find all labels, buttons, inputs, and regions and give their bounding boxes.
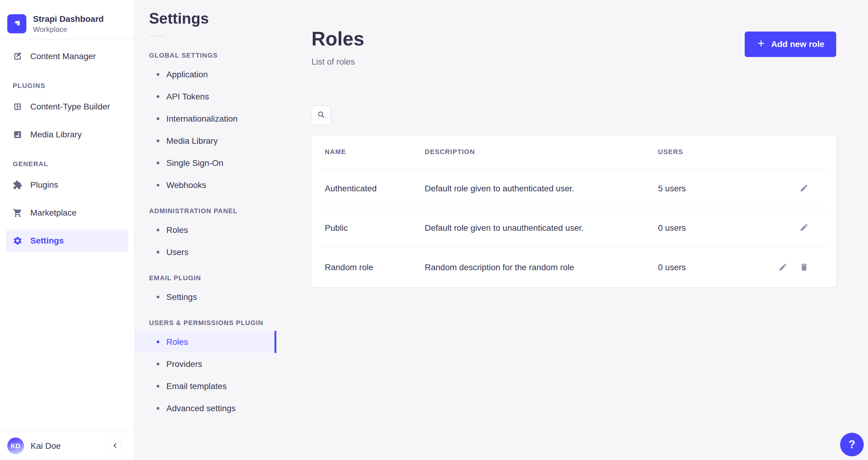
role-description-cell: Default role given to authenticated user… [425,184,658,194]
subnav-item-up-advanced-settings[interactable]: Advanced settings [134,397,276,420]
bullet-icon [157,385,159,387]
subnav-item-media-library[interactable]: Media Library [134,130,276,152]
sidebar-item-label: Content-Type Builder [30,102,110,112]
search-button[interactable] [311,106,331,125]
role-description-cell: Random description for the random role [425,263,658,272]
edit-role-button[interactable] [799,184,809,194]
pen-square-icon [13,52,23,61]
sidebar-item-label: Settings [30,236,64,246]
subnav-section-label: EMAIL PLUGIN [134,274,276,282]
sidebar-item-media-library[interactable]: Media Library [6,124,128,146]
edit-role-button[interactable] [778,263,788,272]
bullet-icon [157,251,159,254]
gear-icon [13,236,23,246]
page-subtitle: List of roles [311,57,364,67]
sidebar-item-content-type-builder[interactable]: Content-Type Builder [6,96,128,118]
bullet-icon [157,296,159,298]
workspace-subtitle: Workplace [33,25,104,34]
bullet-icon [157,140,159,142]
subnav-section-users-permissions: USERS & PERMISSIONS PLUGIN Roles Provide… [134,319,276,420]
page-title: Roles [311,29,364,49]
bullet-icon [157,117,159,120]
subnav-item-internationalization[interactable]: Internationalization [134,108,276,130]
role-description-cell: Default role given to unauthenticated us… [425,223,658,233]
search-icon [317,110,326,120]
subnav-item-email-settings[interactable]: Settings [134,286,276,308]
subnav-section-label: ADMINISTRATION PANEL [134,207,276,215]
settings-subnav: Settings GLOBAL SETTINGS Application API… [134,0,277,460]
bullet-icon [157,341,159,343]
help-button[interactable]: ? [840,433,864,456]
shopping-cart-icon [13,208,23,218]
sidebar-item-settings[interactable]: Settings [6,230,128,252]
page-header: Roles List of roles Add new role [311,29,836,67]
bullet-icon [157,184,159,186]
bullet-icon [157,363,159,365]
subnav-item-up-providers[interactable]: Providers [134,353,276,375]
bullet-icon [157,162,159,164]
puzzle-icon [13,180,23,190]
role-users-cell: 5 users [658,184,759,194]
workspace-title: Strapi Dashboard [33,14,104,24]
trash-icon [800,263,809,272]
role-name-cell: Authenticated [325,184,425,194]
subnav-item-admin-users[interactable]: Users [134,241,276,263]
subnav-title-divider [149,36,164,36]
sidebar-item-label: Media Library [30,130,82,140]
user-name: Kai Doe [31,441,61,451]
bullet-icon [157,73,159,76]
bullet-icon [157,95,159,98]
sidebar-item-content-manager[interactable]: Content Manager [6,46,128,67]
chevron-left-icon [111,441,119,450]
layout-grid-icon [13,102,23,112]
subnav-item-application[interactable]: Application [134,63,276,86]
column-header-users: USERS [658,148,759,156]
sidebar-item-marketplace[interactable]: Marketplace [6,202,128,224]
section-label-general: GENERAL [13,160,128,168]
sidebar-item-label: Marketplace [30,208,76,218]
strapi-logo-icon [7,14,26,33]
sidebar-item-label: Plugins [30,180,58,190]
subnav-item-webhooks[interactable]: Webhooks [134,174,276,196]
subnav-section-email-plugin: EMAIL PLUGIN Settings [134,274,276,308]
main-nav: Content Manager PLUGINS Content-Type Bui… [0,39,134,431]
content-area: Roles List of roles Add new role NAME DE… [277,0,868,460]
column-header-description: DESCRIPTION [425,148,658,156]
image-icon [13,130,23,140]
subnav-section-label: GLOBAL SETTINGS [134,52,276,59]
section-label-plugins: PLUGINS [13,82,128,90]
delete-role-button[interactable] [799,263,809,272]
add-new-role-button[interactable]: Add new role [745,32,836,57]
subnav-item-up-email-templates[interactable]: Email templates [134,375,276,397]
main-sidebar: Strapi Dashboard Workplace Content Manag… [0,0,134,460]
roles-table: NAME DESCRIPTION USERS Authenticated Def… [311,135,836,287]
table-row-random-role[interactable]: Random role Random description for the r… [319,248,829,287]
subnav-item-admin-roles[interactable]: Roles [134,219,276,241]
column-header-name: NAME [325,148,425,156]
bullet-icon [157,229,159,231]
plus-icon [756,39,766,50]
add-new-role-label: Add new role [771,39,825,49]
subnav-item-up-roles[interactable]: Roles [134,331,276,353]
table-header-row: NAME DESCRIPTION USERS [319,135,829,169]
workspace-brand: Strapi Dashboard Workplace [0,0,134,39]
subnav-title: Settings [134,10,276,27]
pencil-icon [800,183,809,194]
table-row-authenticated[interactable]: Authenticated Default role given to auth… [319,169,829,208]
collapse-sidebar-button[interactable] [110,438,121,454]
subnav-section-administration-panel: ADMINISTRATION PANEL Roles Users [134,207,276,263]
role-name-cell: Random role [325,263,425,272]
subnav-section-global-settings: GLOBAL SETTINGS Application API Tokens I… [134,52,276,196]
role-users-cell: 0 users [658,223,759,233]
role-users-cell: 0 users [658,263,759,272]
avatar[interactable]: KD [7,437,24,454]
edit-role-button[interactable] [799,223,809,233]
sidebar-footer: KD Kai Doe [0,431,134,460]
pencil-icon [800,223,809,233]
subnav-item-api-tokens[interactable]: API Tokens [134,86,276,108]
sidebar-item-plugins[interactable]: Plugins [6,174,128,196]
subnav-section-label: USERS & PERMISSIONS PLUGIN [134,319,276,327]
subnav-item-single-sign-on[interactable]: Single Sign-On [134,152,276,174]
table-row-public[interactable]: Public Default role given to unauthentic… [319,208,829,248]
pencil-icon [778,263,787,272]
